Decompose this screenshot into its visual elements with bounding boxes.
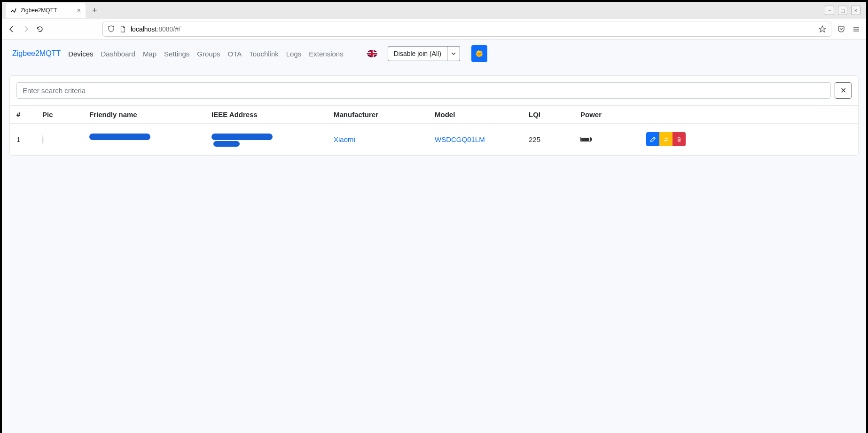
- window-close-button[interactable]: ×: [851, 6, 860, 15]
- manufacturer-link[interactable]: Xiaomi: [334, 135, 355, 143]
- rename-button[interactable]: [646, 132, 659, 146]
- devices-card: ✕ # Pic Friendly name IEEE Address Manuf…: [9, 75, 859, 156]
- toolbar-right: [837, 25, 860, 33]
- cell-manufacturer: Xiaomi: [327, 124, 428, 155]
- table-header-row: # Pic Friendly name IEEE Address Manufac…: [10, 106, 858, 124]
- cell-pic: [36, 124, 83, 155]
- brand[interactable]: Zigbee2MQTT: [12, 49, 61, 58]
- close-icon: ✕: [840, 86, 846, 95]
- edit-icon: [650, 136, 656, 142]
- browser-tab[interactable]: Zigbee2MQTT ×: [6, 3, 86, 18]
- permit-join-dropdown[interactable]: [447, 46, 460, 61]
- shield-icon: [108, 25, 115, 32]
- cell-ieee-address[interactable]: [205, 124, 327, 155]
- address-bar[interactable]: localhost:8080/#/: [102, 22, 831, 37]
- device-image-icon: [42, 135, 43, 144]
- nav-touchlink[interactable]: Touchlink: [249, 50, 279, 58]
- table-row: 1 Xiaomi W: [10, 124, 858, 155]
- nav-map[interactable]: Map: [143, 50, 156, 58]
- delete-button[interactable]: [673, 132, 686, 146]
- browser-window: Zigbee2MQTT × + － ▢ × localh: [1, 1, 867, 433]
- cell-lqi: 225: [522, 124, 574, 155]
- back-button[interactable]: [8, 25, 16, 33]
- tab-favicon-icon: [10, 7, 17, 14]
- trash-icon: [676, 136, 682, 142]
- cell-power: [574, 124, 640, 155]
- battery-icon: [580, 137, 591, 142]
- permit-join-button[interactable]: Disable join (All): [388, 46, 447, 61]
- col-lqi[interactable]: LQI: [522, 106, 574, 124]
- search-input[interactable]: [16, 82, 831, 99]
- nav-devices[interactable]: Devices: [68, 50, 93, 58]
- page-icon: [119, 26, 126, 32]
- nav-settings[interactable]: Settings: [164, 50, 189, 58]
- page-content: Zigbee2MQTT Devices Dashboard Map Settin…: [2, 39, 866, 433]
- search-row: ✕: [10, 76, 858, 106]
- col-model[interactable]: Model: [428, 106, 522, 124]
- nav-extensions[interactable]: Extensions: [309, 50, 343, 58]
- col-actions: [640, 106, 858, 124]
- row-actions: [646, 132, 852, 146]
- devices-table: # Pic Friendly name IEEE Address Manufac…: [10, 106, 858, 155]
- app-navbar: Zigbee2MQTT Devices Dashboard Map Settin…: [2, 39, 866, 68]
- redacted-text: [89, 133, 198, 146]
- window-maximize-button[interactable]: ▢: [838, 6, 847, 15]
- sun-icon: 🌞: [475, 50, 483, 57]
- browser-toolbar: localhost:8080/#/: [2, 19, 866, 39]
- language-flag-icon[interactable]: [367, 50, 377, 57]
- cell-index: 1: [10, 124, 36, 155]
- tab-close-icon[interactable]: ×: [77, 7, 81, 14]
- cell-actions: [640, 124, 858, 155]
- nav-groups[interactable]: Groups: [197, 50, 220, 58]
- bookmark-star-icon[interactable]: [819, 25, 826, 33]
- window-controls: － ▢ ×: [825, 6, 866, 15]
- permit-join-group: Disable join (All): [388, 46, 460, 61]
- menu-icon[interactable]: [852, 25, 860, 33]
- col-power[interactable]: Power: [574, 106, 640, 124]
- clear-search-button[interactable]: ✕: [835, 82, 852, 99]
- reload-button[interactable]: [36, 25, 44, 33]
- col-friendly-name[interactable]: Friendly name: [83, 106, 205, 124]
- redacted-text: [211, 133, 321, 146]
- new-tab-button[interactable]: +: [88, 6, 101, 16]
- pocket-icon[interactable]: [837, 25, 845, 33]
- cell-model: WSDCGQ01LM: [428, 124, 522, 155]
- col-ieee-address[interactable]: IEEE Address: [205, 106, 327, 124]
- url-host: localhost: [131, 25, 156, 33]
- tab-strip: Zigbee2MQTT × + － ▢ ×: [2, 2, 866, 19]
- tab-title: Zigbee2MQTT: [21, 7, 73, 14]
- model-link[interactable]: WSDCGQ01LM: [435, 135, 485, 143]
- retweet-icon: [663, 136, 669, 142]
- nav-dashboard[interactable]: Dashboard: [101, 50, 135, 58]
- reconfigure-button[interactable]: [659, 132, 673, 146]
- window-minimize-button[interactable]: －: [825, 6, 834, 15]
- url-text: localhost:8080/#/: [131, 25, 180, 33]
- forward-button[interactable]: [22, 25, 30, 33]
- nav-ota[interactable]: OTA: [227, 50, 242, 58]
- url-path: :8080/#/: [156, 25, 180, 33]
- nav-logs[interactable]: Logs: [286, 50, 302, 58]
- col-pic[interactable]: Pic: [36, 106, 83, 124]
- col-manufacturer[interactable]: Manufacturer: [327, 106, 428, 124]
- cell-friendly-name[interactable]: [83, 124, 205, 155]
- theme-toggle-button[interactable]: 🌞: [471, 45, 487, 62]
- col-index[interactable]: #: [10, 106, 36, 124]
